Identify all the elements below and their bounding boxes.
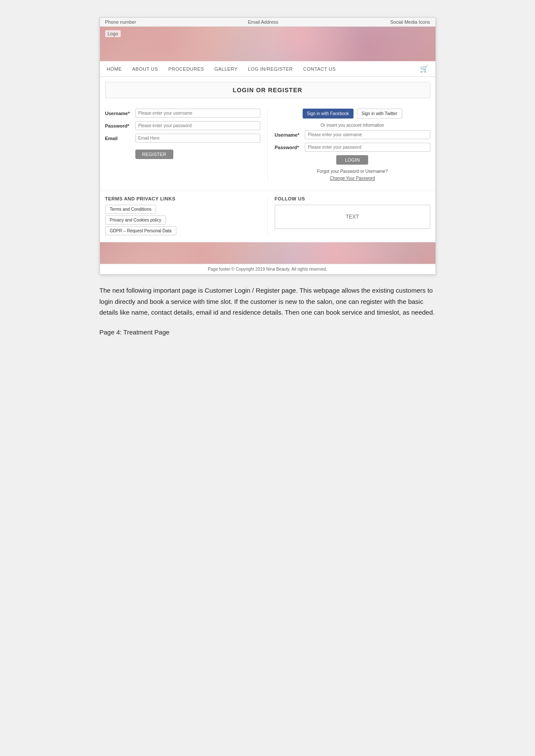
navigation-bar: HOME ABOUT US PROCEDURES GALLERY LOG IN/…: [100, 61, 435, 77]
terms-conditions-button[interactable]: Terms and Conditions: [105, 205, 156, 214]
forgot-text: Forgot your Password or Username? Change…: [275, 168, 430, 182]
follow-placeholder: TEXT: [275, 205, 430, 229]
register-button[interactable]: REGISTER: [135, 150, 173, 159]
register-email-group: Email: [105, 134, 261, 143]
login-username-label: Username*: [275, 132, 305, 137]
register-username-group: Username*: [105, 109, 261, 118]
header-floral-image: Logo: [100, 27, 435, 61]
facebook-signin-button[interactable]: Sign in with Facebook: [303, 109, 354, 119]
terms-section: TERMS AND PRIVACY LINKS Terms and Condit…: [105, 196, 268, 237]
nav-procedures[interactable]: PROCEDURES: [169, 66, 204, 72]
main-content: Username* Password* Email REGISTER Sign …: [100, 103, 435, 187]
register-password-label: Password*: [105, 123, 135, 128]
register-password-input[interactable]: [135, 121, 261, 130]
register-password-group: Password*: [105, 121, 261, 130]
logo-label: Logo: [105, 30, 121, 37]
nav-contact[interactable]: CONTACT US: [303, 66, 336, 72]
email-label: Email Address: [248, 19, 278, 25]
social-buttons-row: Sign in with Facebook Sign in with Twitt…: [275, 109, 430, 119]
follow-section: Follow Us TEXT: [267, 196, 430, 237]
description-paragraph: The next following important page is Cus…: [100, 285, 436, 318]
nav-about[interactable]: ABOUT US: [132, 66, 158, 72]
forgot-line1: Forgot your Password or Username?: [317, 169, 388, 174]
nav-home[interactable]: HOME: [107, 66, 122, 72]
footer-text: Page footer © Copyright 2019 Nina Beauty…: [100, 264, 435, 274]
bottom-section: TERMS AND PRIVACY LINKS Terms and Condit…: [100, 191, 435, 242]
register-username-label: Username*: [105, 111, 135, 116]
footer-floral-image: [100, 242, 435, 264]
follow-section-title: Follow Us: [275, 196, 430, 201]
phone-label: Phone number: [105, 19, 136, 25]
login-username-group: Username*: [275, 130, 430, 139]
login-section: Sign in with Facebook Sign in with Twitt…: [267, 109, 430, 182]
register-username-input[interactable]: [135, 109, 261, 118]
description-text: The next following important page is Cus…: [100, 285, 436, 318]
login-password-group: Password*: [275, 143, 430, 152]
privacy-cookies-button[interactable]: Privacy and Cookies policy: [105, 216, 166, 225]
login-password-input[interactable]: [305, 143, 430, 152]
terms-section-title: TERMS AND PRIVACY LINKS: [105, 196, 261, 201]
nav-login-register[interactable]: LOG IN/REGISTER: [248, 66, 293, 72]
social-label: Social Media Icons: [390, 19, 430, 25]
page-title: LOGIN OR REGISTER: [105, 82, 430, 98]
login-username-input[interactable]: [305, 130, 430, 139]
top-bar: Phone number Email Address Social Media …: [100, 18, 435, 27]
login-button[interactable]: LOGIN: [336, 155, 368, 165]
change-password-link[interactable]: Change Your Password: [330, 176, 375, 181]
login-password-label: Password*: [275, 145, 305, 150]
page-label: Page 4: Treatment Page: [100, 328, 436, 336]
cart-icon[interactable]: 🛒: [420, 65, 429, 73]
register-section: Username* Password* Email REGISTER: [105, 109, 268, 182]
register-email-input[interactable]: [135, 134, 261, 143]
gdpr-button[interactable]: GDPR – Request Personal Data: [105, 226, 176, 235]
nav-gallery[interactable]: GALLERY: [214, 66, 238, 72]
twitter-signin-button[interactable]: Sign in with Twitter: [357, 109, 402, 119]
register-email-label: Email: [105, 136, 135, 141]
or-text: Or insert you account information: [275, 123, 430, 128]
